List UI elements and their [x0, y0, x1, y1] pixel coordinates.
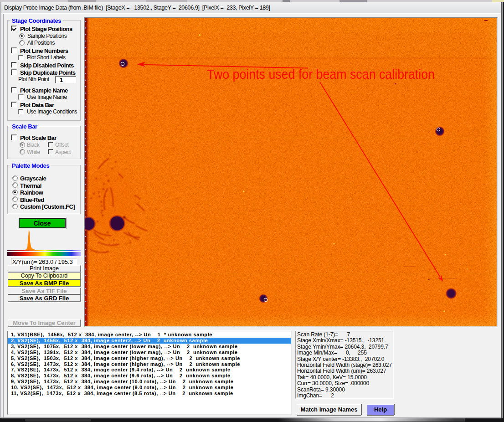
svg-text:Two points used for beam scan: Two points used for beam scan calibratio…: [207, 67, 435, 82]
